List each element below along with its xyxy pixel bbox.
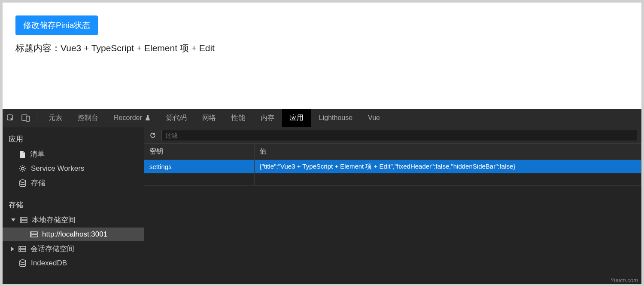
tab-memory[interactable]: 内存 [253,109,282,127]
svg-point-8 [21,221,22,222]
svg-point-4 [20,180,26,182]
sidebar-item-label: 会话存储空间 [30,244,74,254]
devtools-main: 密钥 值 settings {"title":"Vue3 + TypeScrip… [144,127,641,284]
storage-table: 密钥 值 settings {"title":"Vue3 + TypeScrip… [144,144,641,186]
watermark: Yuucn.com [610,277,638,283]
database-icon [19,259,27,267]
sidebar-section-app: 应用 [3,132,144,147]
sidebar-item-session-storage[interactable]: 会话存储空间 [3,241,144,256]
sidebar-item-label: Service Workers [31,164,84,173]
tab-divider [37,113,37,123]
modify-pinia-button[interactable]: 修改储存Pinia状态 [15,15,98,35]
tab-recorder[interactable]: Recorder [106,109,158,127]
page-content: 修改储存Pinia状态 标题内容：Vue3 + TypeScript + Ele… [3,3,641,109]
table-row[interactable]: settings {"title":"Vue3 + TypeScript + E… [144,160,641,174]
tab-network[interactable]: 网络 [194,109,224,127]
sidebar-item-local-storage-host[interactable]: http://localhost:3001 [3,228,144,241]
tab-sources[interactable]: 源代码 [158,109,194,127]
gear-icon [19,165,27,172]
tab-performance[interactable]: 性能 [224,109,253,127]
svg-point-7 [21,218,22,219]
sidebar-item-label: http://localhost:3001 [42,230,107,239]
storage-icon [30,231,38,237]
flask-icon [145,115,151,121]
devtools-tabs: 元素 控制台 Recorder 源代码 网络 性能 内存 应用 Lighthou… [3,109,641,127]
table-row[interactable] [144,173,641,185]
table-header-key[interactable]: 密钥 [144,144,254,160]
storage-icon [20,217,27,223]
tab-lighthouse[interactable]: Lighthouse [311,109,360,127]
svg-rect-2 [26,116,30,121]
storage-icon [18,246,26,252]
cell-value: {"title":"Vue3 + TypeScript + Element 项 … [254,160,641,174]
chevron-down-icon [11,218,15,221]
file-icon [19,151,26,158]
filter-input[interactable] [161,130,638,141]
storage-toolbar [144,127,641,144]
sidebar-item-label: 本地存储空间 [32,215,76,225]
sidebar-item-service-workers[interactable]: Service Workers [3,162,144,175]
sidebar-item-storage[interactable]: 存储 [3,175,144,191]
device-toggle-icon[interactable] [18,109,33,127]
svg-point-3 [21,167,24,170]
page-title: 标题内容：Vue3 + TypeScript + Element 项 + Edi… [15,42,629,54]
chevron-right-icon [11,247,14,251]
table-header-value[interactable]: 值 [254,144,641,160]
svg-point-16 [20,250,21,251]
sidebar-item-manifest[interactable]: 清单 [3,147,144,162]
devtools-panel: 元素 控制台 Recorder 源代码 网络 性能 内存 应用 Lighthou… [3,109,641,284]
sidebar-item-label: 存储 [31,178,46,188]
svg-point-11 [31,233,32,234]
sidebar-section-storage: 存储 [3,197,144,212]
tab-vue[interactable]: Vue [360,109,388,127]
sidebar-item-local-storage[interactable]: 本地存储空间 [3,212,144,228]
sidebar-item-label: 清单 [30,149,45,159]
devtools-sidebar: 应用 清单 Service Workers 存储 存储 [3,127,144,284]
tab-console[interactable]: 控制台 [70,109,106,127]
refresh-button[interactable] [144,127,161,144]
svg-point-12 [31,236,32,237]
inspect-icon[interactable] [3,109,18,127]
sidebar-item-indexeddb[interactable]: IndexedDB [3,256,144,270]
database-icon [19,179,27,187]
svg-point-17 [20,260,26,262]
sidebar-item-label: IndexedDB [31,259,67,268]
cell-key: settings [144,160,254,174]
svg-point-15 [20,247,21,248]
tab-application[interactable]: 应用 [282,109,311,127]
tab-elements[interactable]: 元素 [41,109,70,127]
